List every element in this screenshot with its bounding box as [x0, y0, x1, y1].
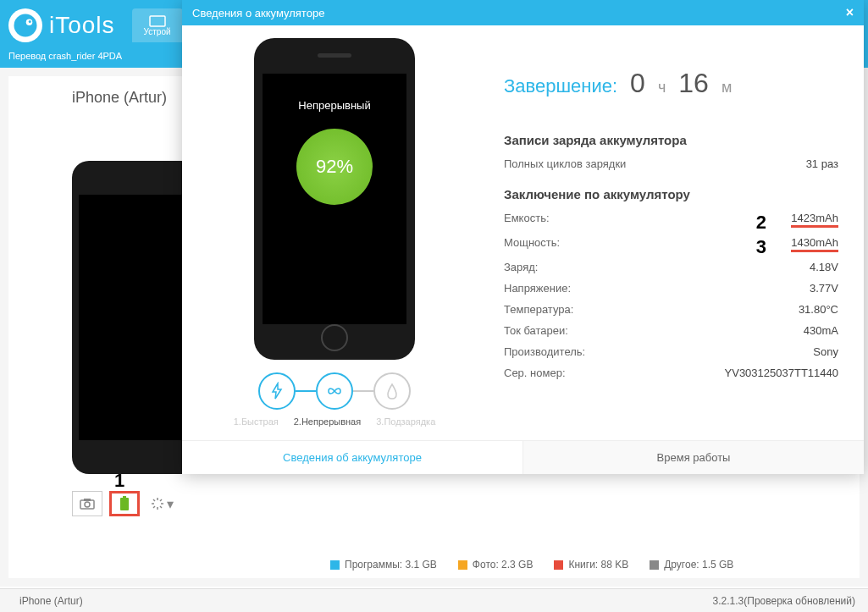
- charge-mode-label: Непрерывный: [298, 99, 370, 112]
- drop-icon[interactable]: [373, 372, 411, 410]
- app-name: iTools: [49, 12, 115, 39]
- mode-fast-label: 1.Быстрая: [234, 416, 279, 427]
- modal-phone-mockup: Непрерывный 92%: [254, 38, 415, 360]
- svg-point-0: [14, 14, 37, 37]
- device-toolbar: ▾: [72, 491, 177, 516]
- modal-left-panel: Непрерывный 92% 1.Быстрая 2.Непрерывная …: [182, 25, 487, 440]
- svg-line-14: [153, 506, 155, 508]
- svg-rect-8: [123, 496, 126, 499]
- completion-time: Завершение: 0 ч 16 м: [504, 68, 838, 99]
- svg-point-2: [29, 20, 31, 23]
- completion-hours: 0: [630, 68, 645, 99]
- stat-power: Мощность: 3 1430mAh: [504, 236, 838, 252]
- stat-temp: Температура:31.80°C: [504, 303, 838, 316]
- modal-footer-tabs: Сведения об аккумуляторе Время работы: [182, 440, 864, 474]
- battery-percent-circle: 92%: [296, 129, 373, 205]
- logo-area: iTools: [8, 8, 115, 42]
- annotation-2: 2: [756, 212, 766, 234]
- nav-device-tab[interactable]: Устрой: [132, 8, 183, 42]
- stat-serial: Сер. номер:YV303125037TT11440: [504, 367, 838, 379]
- svg-line-10: [160, 499, 162, 501]
- modal-header: Сведения о аккумуляторе ×: [182, 0, 864, 25]
- refresh-button[interactable]: ▾: [147, 491, 177, 516]
- stat-mfr: Производитель:Sony: [504, 345, 838, 358]
- svg-point-5: [85, 502, 90, 507]
- close-icon[interactable]: ×: [846, 5, 854, 20]
- completion-label: Завершение:: [504, 75, 617, 97]
- status-device: iPhone (Artur): [19, 595, 83, 607]
- battery-button[interactable]: [109, 491, 140, 516]
- stat-capacity: Емкость: 2 1423mAh: [504, 212, 838, 228]
- logo-icon: [8, 8, 42, 42]
- legend-photos: Фото: 2.3 GB: [458, 559, 534, 571]
- annotation-1: 1: [114, 470, 124, 492]
- modal-right-panel: Завершение: 0 ч 16 м Записи заряда аккум…: [487, 25, 864, 440]
- stat-charge: Заряд:4.18V: [504, 261, 838, 273]
- modal-title: Сведения о аккумуляторе: [192, 7, 324, 19]
- legend-books: Книги: 88 KB: [554, 559, 628, 571]
- screenshot-button[interactable]: [72, 491, 102, 516]
- conclusion-title: Заключение по аккумулятору: [504, 187, 838, 201]
- svg-rect-6: [84, 499, 91, 501]
- svg-line-12: [160, 506, 162, 508]
- tab-runtime[interactable]: Время работы: [522, 441, 864, 474]
- records-title: Записи заряда аккумулятора: [504, 133, 838, 147]
- svg-rect-3: [150, 16, 165, 26]
- tab-battery-info[interactable]: Сведения об аккумуляторе: [182, 441, 522, 474]
- mode-continuous-label: 2.Непрерывная: [294, 416, 361, 427]
- charge-mode-labels: 1.Быстрая 2.Непрерывная 3.Подзарядка: [234, 416, 436, 427]
- status-bar: iPhone (Artur) 3.2.1.3(Проверка обновлен…: [0, 588, 868, 612]
- status-version[interactable]: 3.2.1.3(Проверка обновлений): [713, 595, 855, 607]
- battery-info-modal: Сведения о аккумуляторе × Непрерывный 92…: [182, 0, 864, 474]
- lightning-icon[interactable]: [258, 372, 296, 410]
- completion-minutes: 16: [678, 68, 709, 99]
- charge-mode-icons: [258, 372, 411, 410]
- mode-trickle-label: 3.Подзарядка: [376, 416, 435, 427]
- stat-voltage: Напряжение:3.77V: [504, 282, 838, 295]
- legend-other: Другое: 1.5 GB: [650, 559, 733, 571]
- svg-line-16: [153, 499, 155, 501]
- legend-apps: Программы: 3.1 GB: [330, 559, 437, 571]
- svg-rect-7: [120, 498, 129, 510]
- infinity-icon[interactable]: [316, 372, 353, 410]
- annotation-3: 3: [756, 236, 766, 258]
- stat-cycles: Полных циклов зарядки 31 раз: [504, 157, 838, 170]
- stat-current: Ток батареи:430mA: [504, 324, 838, 337]
